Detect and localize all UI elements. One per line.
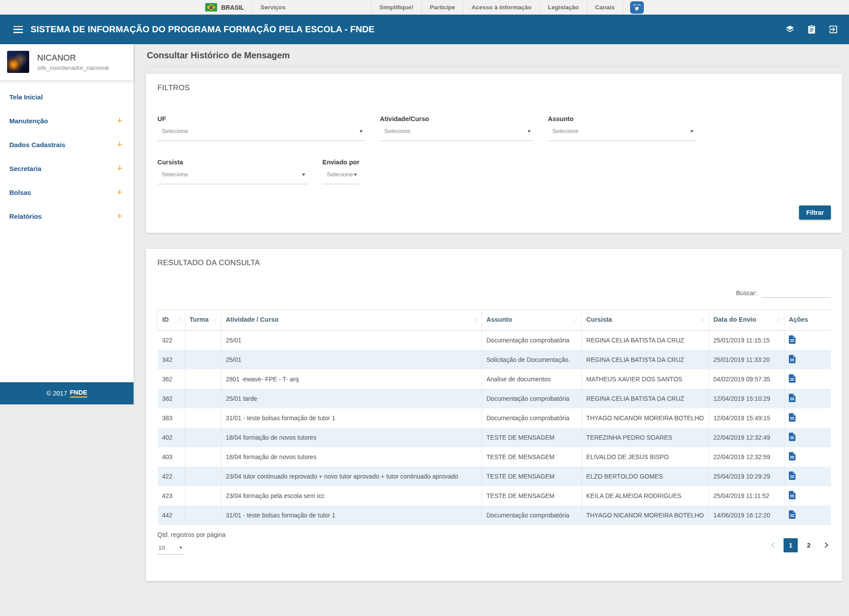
filters-card: FILTROS UF Selecione ▼ Atividade/Curso <box>146 74 842 233</box>
column-header[interactable]: Atividade / Curso ↓↑ <box>221 310 482 331</box>
column-header-label: Turma <box>190 316 209 323</box>
expand-plus-icon[interactable]: + <box>117 116 122 125</box>
cell-id: 382 <box>158 389 185 408</box>
column-header[interactable]: ID ↓↑ <box>158 310 185 331</box>
gov-link[interactable]: Acesso à informação <box>463 0 539 15</box>
cell-cursista: REGINA CELIA BATISTA DA CRUZ <box>581 389 708 408</box>
next-page-icon[interactable] <box>822 542 828 548</box>
cell-data-envio: 25/04/2019 10:29:29 <box>709 467 784 486</box>
view-message-document-icon[interactable] <box>789 433 795 441</box>
main-content: Consultar Histórico de Mensagem FILTROS … <box>134 44 849 581</box>
view-message-document-icon[interactable] <box>789 355 795 363</box>
column-header[interactable]: Turma ↓↑ <box>185 310 221 331</box>
view-message-document-icon[interactable] <box>789 452 795 460</box>
chevron-down-icon: ▼ <box>359 129 364 133</box>
filtrar-button[interactable]: Filtrar <box>799 205 831 220</box>
column-header[interactable]: Cursista ↓↑ <box>581 310 708 331</box>
view-message-document-icon[interactable] <box>789 510 795 519</box>
gov-link[interactable]: Legislação <box>539 0 587 15</box>
filter-select[interactable]: Selecione ▼ <box>157 128 365 141</box>
expand-plus-icon[interactable]: + <box>117 187 122 197</box>
filter-select[interactable]: Selecione ▼ <box>157 171 308 184</box>
sort-icon[interactable]: ↓↑ <box>214 317 217 322</box>
fnde-link[interactable]: FNDE <box>70 389 87 398</box>
cell-assunto: Solicitação de Documentação. <box>482 350 582 369</box>
column-header[interactable]: Data do Envio ↓↑ <box>709 310 784 331</box>
filter-field: Atividade/Curso Selecione ▼ <box>380 115 533 141</box>
column-header[interactable]: Ações ↓↑ <box>784 310 831 331</box>
view-message-document-icon[interactable] <box>789 413 795 422</box>
per-page-select[interactable]: 10 ▼ <box>157 541 185 555</box>
previous-page-icon[interactable] <box>771 542 777 548</box>
cell-data-envio: 25/01/2019 11:15:15 <box>709 331 784 350</box>
filter-field: Cursista Selecione ▼ <box>157 159 308 184</box>
view-message-document-icon[interactable] <box>789 335 795 344</box>
gov-link[interactable]: Canais <box>587 0 623 15</box>
vlibras-accessibility-icon[interactable] <box>630 1 644 14</box>
cell-assunto: Documentação comprobatória <box>482 331 582 350</box>
view-message-document-icon[interactable] <box>789 374 795 383</box>
cell-turma <box>185 331 221 350</box>
filter-field: Assunto Selecione ▼ <box>548 115 696 141</box>
cell-acoes <box>784 389 831 408</box>
cell-acoes <box>784 350 831 369</box>
search-input[interactable] <box>761 287 831 298</box>
sidebar: NICANOR sife_coordenador_nacional Tela I… <box>0 44 134 404</box>
sidebar-item[interactable]: Tela Inicial <box>0 85 134 109</box>
cell-turma <box>185 467 221 486</box>
sort-icon[interactable]: ↓↑ <box>776 317 780 322</box>
results-table: ID ↓↑ Turma ↓↑ <box>157 309 831 525</box>
gov-services-link[interactable]: Serviços <box>252 0 293 15</box>
filter-label: Enviado por <box>322 159 359 166</box>
gov-bar: BRASIL Serviços Simplifique! Participe A… <box>0 0 849 15</box>
cell-cursista: MATHEUS XAVIER DOS SANTOS <box>581 369 708 389</box>
cell-atividade-curso: 31/01 - teste bolsas formação de tutor 1 <box>221 506 482 525</box>
expand-plus-icon[interactable]: + <box>117 211 122 221</box>
gov-links: Simplifique! Participe Acesso à informaç… <box>371 0 623 15</box>
chevron-down-icon: ▼ <box>179 546 183 550</box>
cell-acoes <box>784 369 831 389</box>
page-number-button[interactable]: 1 <box>784 538 798 552</box>
cell-acoes <box>784 447 831 467</box>
cell-assunto: TESTE DE MENSAGEM <box>482 467 582 486</box>
sidebar-item[interactable]: Bolsas + <box>0 180 134 204</box>
view-message-document-icon[interactable] <box>789 472 795 480</box>
view-message-document-icon[interactable] <box>789 491 795 499</box>
filter-select[interactable]: Selecione ▼ <box>380 128 533 141</box>
sidebar-item-label: Tela Inicial <box>9 93 43 101</box>
copyright-text: © 2017 <box>46 390 67 397</box>
cell-assunto: TESTE DE MENSAGEM <box>482 428 582 447</box>
column-header-label: Data do Envio <box>713 316 756 323</box>
gov-link[interactable]: Participe <box>421 0 463 15</box>
sort-icon[interactable]: ↓↑ <box>474 317 477 322</box>
table-row: 422 23/04 tutor continuado reprovado + n… <box>158 467 831 486</box>
filter-label: Cursista <box>157 159 308 166</box>
view-message-document-icon[interactable] <box>789 394 795 402</box>
sidebar-item[interactable]: Dados Cadastrais + <box>0 133 134 156</box>
filter-select[interactable]: Selecione ▼ <box>548 128 696 141</box>
sidebar-item[interactable]: Secretaria + <box>0 156 134 180</box>
table-body: 322 25/01 Documentação comprobatória REG… <box>158 331 831 525</box>
gov-brand-brasil[interactable]: BRASIL <box>205 0 252 15</box>
sidebar-item-label: Bolsas <box>9 189 31 196</box>
sidebar-item[interactable]: Manutenção + <box>0 109 134 133</box>
filter-select[interactable]: Selecione ▼ <box>322 171 359 184</box>
logout-icon[interactable] <box>828 24 838 34</box>
sort-icon[interactable]: ↓↑ <box>177 317 180 322</box>
layers-icon[interactable] <box>785 24 795 34</box>
sort-icon[interactable]: ↓↑ <box>574 317 577 322</box>
page-number-button[interactable]: 2 <box>802 538 816 552</box>
cell-id: 362 <box>158 369 185 389</box>
clipboard-icon[interactable] <box>807 24 817 34</box>
column-header[interactable]: Assunto ↓↑ <box>482 310 582 331</box>
sort-icon[interactable]: ↓↑ <box>701 317 704 322</box>
filter-select-value: Selecione <box>552 128 578 134</box>
expand-plus-icon[interactable]: + <box>117 164 122 173</box>
cell-id: 422 <box>158 467 185 486</box>
sidebar-menu: Tela Inicial Manutenção + Dados Cadastra… <box>0 80 134 228</box>
expand-plus-icon[interactable]: + <box>117 140 122 149</box>
gov-link[interactable]: Simplifique! <box>371 0 421 15</box>
sidebar-item[interactable]: Relatórios + <box>0 204 134 228</box>
search-label: Buscar: <box>736 289 757 298</box>
menu-hamburger-icon[interactable] <box>13 26 23 33</box>
